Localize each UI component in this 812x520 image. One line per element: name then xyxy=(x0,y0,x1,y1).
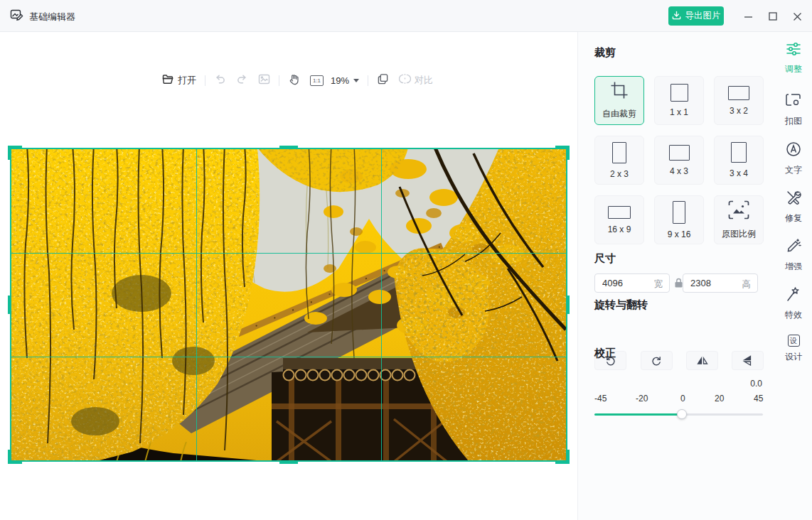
ratio-button-free-crop[interactable]: 自由裁剪 xyxy=(594,76,644,125)
crop-handle-bottom-right[interactable] xyxy=(555,450,570,464)
width-field: 宽 xyxy=(594,273,670,293)
crop-section-title: 裁剪 xyxy=(594,46,616,60)
duplicate-view-icon[interactable] xyxy=(377,73,389,88)
undo-icon[interactable] xyxy=(214,73,226,87)
crop-frame[interactable] xyxy=(10,148,567,462)
photo-canvas[interactable] xyxy=(10,148,567,462)
tick-label: -20 xyxy=(636,394,648,403)
close-icon[interactable] xyxy=(789,8,806,25)
zoom-level-value: 19% xyxy=(331,75,349,86)
tick-label: 45 xyxy=(754,394,763,403)
ratio-button-3x2[interactable]: 3 x 2 xyxy=(714,76,764,125)
canvas-toolbar: 打开 1:1 19% xyxy=(162,70,433,91)
open-file-button[interactable]: 打开 xyxy=(162,74,196,87)
straighten-section-title: 校正 xyxy=(594,347,616,360)
rail-item-cutout[interactable]: 扣图 xyxy=(775,93,812,127)
ratio-button-9x16[interactable]: 9 x 16 xyxy=(654,195,704,244)
toolbar-separator xyxy=(279,75,279,86)
rail-item-adjust[interactable]: 调整 xyxy=(775,42,812,75)
toolbar-separator xyxy=(368,75,368,86)
ratio-label: 自由裁剪 xyxy=(602,108,636,120)
rail-item-effects[interactable]: 特效 xyxy=(775,286,812,321)
size-section-title: 尺寸 xyxy=(594,252,616,266)
width-suffix: 宽 xyxy=(654,278,663,291)
rail-item-text[interactable]: 文字 xyxy=(775,141,812,176)
crop-settings-panel: 裁剪 自由裁剪 1 x 1 3 x 2 2 x 3 4 x 3 3 x 4 16… xyxy=(577,32,775,520)
landscape-ratio-icon xyxy=(728,86,749,100)
ratio-label: 16 x 9 xyxy=(608,224,631,234)
image-placeholder-icon[interactable] xyxy=(258,74,270,87)
straighten-slider[interactable] xyxy=(594,413,763,416)
open-file-label: 打开 xyxy=(178,74,196,87)
rail-item-design[interactable]: 设 设计 xyxy=(775,335,812,363)
landscape-ratio-icon xyxy=(669,145,690,161)
rail-item-repair[interactable]: 修复 xyxy=(775,190,812,224)
tick-label: 20 xyxy=(715,394,724,403)
tick-label: -45 xyxy=(594,394,607,403)
ratio-label: 原图比例 xyxy=(722,228,756,240)
maximize-icon[interactable] xyxy=(764,8,781,25)
ratio-button-1x1[interactable]: 1 x 1 xyxy=(654,76,704,125)
ratio-button-16x9[interactable]: 16 x 9 xyxy=(594,195,644,244)
crop-grid-line xyxy=(381,149,382,460)
hand-pan-icon[interactable] xyxy=(288,73,300,88)
ratio-button-3x4[interactable]: 3 x 4 xyxy=(714,136,764,185)
compare-label: 对比 xyxy=(415,74,433,87)
editor-canvas: 打开 1:1 19% xyxy=(0,32,577,520)
rail-label: 设计 xyxy=(785,351,802,363)
rail-label: 增强 xyxy=(785,261,802,273)
free-crop-icon xyxy=(610,81,629,102)
ratio-label: 1 x 1 xyxy=(670,107,688,117)
zoom-level-dropdown[interactable]: 19% xyxy=(331,75,359,86)
tool-rail: 调整 扣图 文字 修复 xyxy=(775,32,812,520)
crop-handle-top[interactable] xyxy=(279,146,298,149)
rail-label: 修复 xyxy=(785,212,802,224)
ratio-label: 9 x 16 xyxy=(668,229,691,239)
rail-label: 文字 xyxy=(785,164,802,176)
app-title: 基础编辑器 xyxy=(29,11,75,23)
crop-handle-bottom[interactable] xyxy=(279,460,298,464)
ratio-button-4x3[interactable]: 4 x 3 xyxy=(654,136,704,185)
minimize-icon[interactable] xyxy=(739,8,757,25)
design-icon: 设 xyxy=(788,335,800,347)
original-ratio-icon xyxy=(728,200,749,222)
height-field: 高 xyxy=(683,273,758,293)
actual-size-icon[interactable]: 1:1 xyxy=(310,75,324,86)
portrait-ratio-icon xyxy=(612,142,626,163)
crop-handle-left[interactable] xyxy=(8,296,11,314)
tools-icon xyxy=(786,190,801,208)
export-button-label: 导出图片 xyxy=(685,10,721,22)
crop-grid-line xyxy=(196,149,197,460)
wide-ratio-icon xyxy=(608,206,631,219)
magic-wand-icon xyxy=(786,286,801,305)
flip-vertical-button[interactable] xyxy=(732,351,764,370)
slider-handle[interactable] xyxy=(677,409,687,419)
split-compare-icon[interactable] xyxy=(399,73,411,87)
ratio-label: 3 x 4 xyxy=(730,168,748,178)
width-input[interactable] xyxy=(595,274,645,292)
magic-pen-icon xyxy=(786,238,801,256)
height-input[interactable] xyxy=(683,274,733,292)
export-image-button[interactable]: 导出图片 xyxy=(668,6,724,26)
sliders-icon xyxy=(786,42,801,59)
straighten-value: 0.0 xyxy=(750,379,762,389)
slider-fill xyxy=(594,413,682,416)
crop-handle-bottom-left[interactable] xyxy=(8,450,22,464)
ratio-button-original[interactable]: 原图比例 xyxy=(714,195,764,244)
tick-label: 0 xyxy=(680,394,685,403)
text-icon xyxy=(786,141,801,160)
redo-icon[interactable] xyxy=(236,73,248,87)
crop-handle-right[interactable] xyxy=(566,296,570,314)
rail-label: 特效 xyxy=(785,309,802,321)
crop-handle-top-right[interactable] xyxy=(555,146,570,160)
rail-item-enhance[interactable]: 增强 xyxy=(775,238,812,273)
rotate-right-button[interactable] xyxy=(641,351,673,370)
tall-ratio-icon xyxy=(673,201,685,224)
flip-horizontal-button[interactable] xyxy=(686,351,718,370)
toolbar-separator xyxy=(205,75,205,86)
chevron-down-icon xyxy=(353,79,359,82)
ratio-label: 4 x 3 xyxy=(670,166,688,176)
ratio-button-2x3[interactable]: 2 x 3 xyxy=(594,136,644,185)
crop-handle-top-left[interactable] xyxy=(8,146,22,160)
ratio-label: 2 x 3 xyxy=(610,169,629,179)
